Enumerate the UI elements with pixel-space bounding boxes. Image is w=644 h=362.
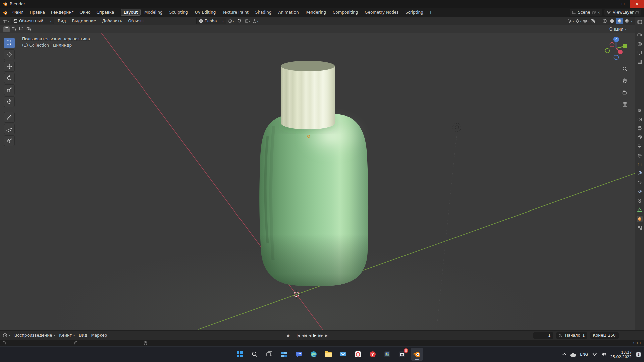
camera-icon[interactable] (637, 41, 643, 47)
taskbar-clock[interactable]: 13:37 25.02.2022 (610, 350, 632, 359)
shading-solid-button[interactable] (609, 18, 615, 24)
new-viewlayer-icon[interactable] (635, 11, 639, 14)
wifi-icon[interactable] (592, 352, 597, 357)
task-view-button[interactable] (263, 348, 276, 361)
menu-add[interactable]: Добавить (100, 18, 124, 24)
shading-wireframe-button[interactable] (601, 18, 608, 24)
snap-magnet-icon[interactable] (236, 18, 243, 24)
close-button[interactable]: × (630, 0, 644, 8)
camera-view-icon[interactable] (637, 32, 643, 38)
playback-dropdown[interactable]: Воспроизведение ▾ (14, 333, 55, 338)
viewlayer-selector[interactable]: ViewLayer (604, 9, 641, 16)
widgets-button[interactable] (278, 348, 290, 361)
object-tab-icon[interactable] (637, 162, 643, 168)
jump-to-end-button[interactable]: ▶| (325, 334, 328, 337)
gizmo-axis-z-neg[interactable] (614, 55, 619, 60)
blender-taskbar-button[interactable] (411, 348, 423, 361)
workspace-tab-layout[interactable]: Layout (121, 9, 141, 16)
menu-object[interactable]: Объект (126, 18, 147, 24)
play-reverse-button[interactable]: ◀ (309, 334, 311, 337)
frame-start-field[interactable]: Начало 1 (556, 332, 587, 339)
workspace-tab-geometry-nodes[interactable]: Geometry Nodes (362, 9, 401, 16)
frame-end-field[interactable]: Конец 250 (590, 332, 618, 339)
gizmo-axis-y-neg[interactable] (605, 49, 610, 53)
material-tab-icon[interactable] (637, 216, 643, 222)
tray-overflow-chevron-icon[interactable] (562, 352, 566, 357)
next-keyframe-button[interactable]: ▶▶ (318, 334, 323, 337)
cylinder-object[interactable] (259, 61, 368, 286)
workspace-tab-animation[interactable]: Animation (275, 9, 302, 16)
world-tab-icon[interactable] (637, 153, 643, 159)
teams-chat-button[interactable] (292, 348, 305, 361)
photos-button[interactable] (381, 348, 394, 361)
texture-tab-icon[interactable] (637, 225, 643, 231)
zoom-icon[interactable] (621, 65, 629, 73)
light-object[interactable] (453, 123, 461, 131)
keying-dropdown[interactable]: Кеинг ▾ (59, 333, 75, 338)
editor-type-button[interactable]: ▾ (3, 18, 9, 24)
current-frame-field[interactable]: 1 (533, 332, 553, 339)
record-button[interactable]: ● (287, 334, 289, 337)
scene-tab-icon[interactable] (637, 143, 643, 149)
shading-rendered-button[interactable] (624, 18, 630, 24)
annotate-tool[interactable] (4, 112, 15, 123)
scene-browse-icon[interactable] (572, 10, 576, 15)
previous-keyframe-button[interactable]: ◀◀ (302, 334, 306, 337)
render-tab-icon[interactable] (637, 116, 643, 122)
menu-file[interactable]: Файл (10, 9, 26, 16)
properties-editor-icon[interactable] (637, 19, 643, 25)
workspace-tab-rendering[interactable]: Rendering (303, 9, 329, 16)
orthographic-toggle-icon[interactable] (621, 100, 629, 108)
mail-button[interactable] (337, 348, 350, 361)
unlink-scene-icon[interactable]: × (597, 11, 600, 14)
menu-edit[interactable]: Правка (27, 9, 48, 16)
menu-window[interactable]: Окно (77, 9, 93, 16)
scene-selector[interactable]: Scene × (570, 9, 602, 16)
select-mode-invert-button[interactable] (25, 26, 32, 32)
transform-orientation-dropdown[interactable]: Глоба... ▾ (196, 18, 227, 24)
new-scene-icon[interactable] (592, 11, 596, 14)
pivot-point-button[interactable]: ▾ (228, 18, 234, 24)
move-tool[interactable] (4, 61, 15, 72)
add-cube-tool[interactable] (4, 135, 15, 146)
tool-options-dropdown[interactable]: Опции ▾ (609, 27, 626, 32)
menu-view[interactable]: Вид (55, 18, 68, 24)
timeline-editor-type-button[interactable]: ▾ (3, 333, 10, 338)
select-box-tool[interactable] (4, 38, 15, 48)
gizmo-axis-x-pos[interactable] (618, 50, 623, 54)
workspace-tab-scripting[interactable]: Scripting (402, 9, 426, 16)
navigation-gizmo[interactable]: Z (602, 34, 630, 62)
constraints-tab-icon[interactable] (637, 198, 643, 204)
cursor-tool[interactable] (4, 49, 15, 60)
edge-browser-button[interactable] (307, 348, 320, 361)
toggle-xray-button[interactable] (590, 18, 596, 24)
notification-count-badge[interactable]: 1 (636, 352, 641, 357)
modifiers-tab-icon[interactable] (637, 171, 643, 177)
show-overlays-button[interactable]: ▾ (582, 18, 589, 24)
workspace-tab-compositing[interactable]: Compositing (330, 9, 361, 16)
show-gizmo-button[interactable]: ▾ (575, 18, 582, 24)
output-tab-icon[interactable] (637, 125, 643, 131)
grid-icon[interactable] (637, 59, 643, 65)
menu-select[interactable]: Выделение (70, 18, 98, 24)
workspace-tab-uv-editing[interactable]: UV Editing (192, 9, 219, 16)
workspace-tab-shading[interactable]: Shading (252, 9, 275, 16)
transform-tool[interactable] (4, 96, 15, 107)
proportional-editing-button[interactable]: ▾ (252, 18, 259, 24)
timeline-menu-view[interactable]: Вид (79, 333, 87, 338)
language-indicator[interactable]: ENG (580, 352, 588, 357)
maximize-button[interactable]: □ (616, 0, 630, 8)
play-button[interactable]: ▶ (313, 333, 316, 338)
tool-tab-icon[interactable] (637, 107, 643, 113)
blender-menu-icon[interactable] (3, 10, 8, 15)
physics-tab-icon[interactable] (637, 189, 643, 195)
start-button[interactable] (233, 348, 246, 361)
screen-icon[interactable] (637, 50, 643, 56)
menu-render[interactable]: Рендеринг (48, 9, 76, 16)
minimize-button[interactable]: ─ (602, 0, 616, 8)
yandex-browser-button[interactable]: Y (366, 348, 379, 361)
shading-material-preview-button[interactable] (616, 18, 623, 24)
workspace-tab-modeling[interactable]: Modeling (141, 9, 166, 16)
menu-help[interactable]: Справка (94, 9, 117, 16)
workspace-tab-sculpting[interactable]: Sculpting (166, 9, 191, 16)
